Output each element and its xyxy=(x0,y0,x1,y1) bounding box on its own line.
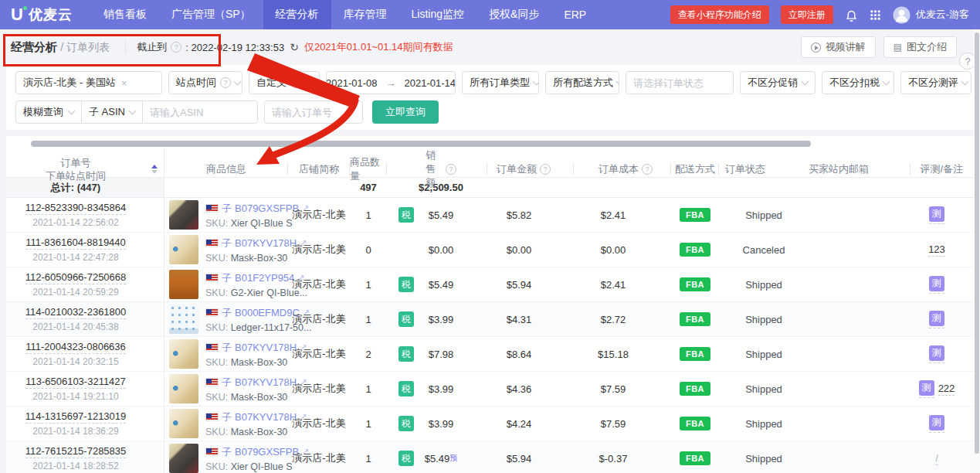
refresh-icon[interactable]: ↻ xyxy=(290,41,299,53)
order-status-input[interactable] xyxy=(633,77,726,89)
site-time-select[interactable]: 站点时间? xyxy=(168,71,242,94)
help-circle-icon[interactable]: ? xyxy=(171,42,181,53)
register-button[interactable]: 立即注册 xyxy=(781,5,833,24)
menu-item-4[interactable]: Listing监控 xyxy=(399,0,476,29)
order-cell: 111-8361604-8819440 2021-01-14 22:47:28 xyxy=(6,233,145,267)
product-thumbnail[interactable] xyxy=(169,444,198,473)
product-cell: 子 B07KYV178H ↗ SKU: Mask-Box-30 xyxy=(164,233,288,267)
help-circle-icon[interactable]: ? xyxy=(446,164,456,175)
order-time: 2021-01-14 20:59:29 xyxy=(32,287,118,298)
order-status-select[interactable] xyxy=(626,71,734,94)
note[interactable]: 123 xyxy=(928,243,945,257)
video-guide-button[interactable]: 视频讲解 xyxy=(801,36,876,58)
table-body: 112-8523390-8345864 2021-01-14 22:56:02 … xyxy=(6,198,974,473)
chevron-down-icon xyxy=(883,78,890,86)
store-cell: 演示店-北美 xyxy=(288,337,350,371)
review-filter-select[interactable]: 不区分测评 xyxy=(900,71,972,94)
menu-item-6[interactable]: ERP xyxy=(551,0,599,29)
logo[interactable]: U 优麦云 xyxy=(11,0,73,29)
breadcrumb-section[interactable]: 经营分析 xyxy=(11,40,57,53)
order-number-link[interactable]: 112-7615215-7285835 xyxy=(25,445,127,458)
sort-control[interactable] xyxy=(145,148,164,190)
child-asin-label: 子 xyxy=(222,445,232,459)
sku-line: SKU: Mask-Box-30 xyxy=(205,392,288,403)
store-select[interactable]: 演示店-北美 - 美国站 × xyxy=(15,71,162,94)
asin-link[interactable]: B01F2YP954 xyxy=(235,272,294,284)
query-button[interactable]: 立即查询 xyxy=(372,100,439,124)
order-number-link[interactable]: 111-8361604-8819440 xyxy=(25,236,126,250)
filter-row-1: 演示店-北美 - 美国站 × 站点时间? 自定义? 2021-01-08 → 2… xyxy=(15,71,965,94)
delivery-select[interactable]: 所有配送方式 xyxy=(545,71,619,94)
tax-badge: 税 xyxy=(398,381,414,396)
sales-cell: $0.00 xyxy=(426,233,487,267)
menu-item-3[interactable]: 库存管理 xyxy=(331,0,399,29)
top-navbar: U 优麦云 销售看板广告管理（SP）经营分析库存管理Listing监控授权&同步… xyxy=(0,0,980,29)
product-thumbnail[interactable] xyxy=(169,409,198,438)
review-badge[interactable]: 测 xyxy=(929,276,944,294)
order-type-select[interactable]: 所有订单类型 xyxy=(462,71,539,94)
product-thumbnail[interactable] xyxy=(169,200,198,230)
qty-cell: 2 xyxy=(350,337,387,371)
sort-desc-icon[interactable] xyxy=(151,170,158,174)
order-no-input[interactable] xyxy=(272,107,355,118)
bell-icon[interactable] xyxy=(845,9,858,22)
note[interactable]: / xyxy=(935,452,938,465)
delivery-badge: FBA xyxy=(680,417,710,430)
user-menu[interactable]: 优麦云-游客 xyxy=(893,6,969,24)
tax-filter-select[interactable]: 不区分扣税 xyxy=(822,71,894,94)
sales-cell: $7.98 xyxy=(426,337,487,371)
order-number-link[interactable]: 113-6506103-3211427 xyxy=(25,376,126,389)
data-range-notice: 仅2021年01.01~01.14期间有数据 xyxy=(304,40,453,54)
delivery-cell: FBA xyxy=(671,302,719,336)
menu-item-5[interactable]: 授权&同步 xyxy=(476,0,551,29)
fuzzy-mode-select[interactable]: 模糊查询 xyxy=(15,100,82,124)
table-row: 112-6050966-7250668 2021-01-14 20:59:29 … xyxy=(6,267,974,302)
date-range-picker[interactable]: 2021-01-08 → 2021-01-14 xyxy=(326,71,456,94)
order-number-link[interactable]: 112-8523390-8345864 xyxy=(25,202,127,215)
doc-guide-button[interactable]: ▤ 图文介绍 xyxy=(883,36,957,58)
clear-store-icon[interactable]: × xyxy=(121,77,127,89)
promotion-select[interactable]: 不区分促销 xyxy=(740,71,816,94)
cost-cell: $7.59 xyxy=(574,372,671,406)
review-badge[interactable]: 测 xyxy=(929,206,944,224)
menu-item-1[interactable]: 广告管理（SP） xyxy=(159,0,263,29)
product-thumbnail[interactable] xyxy=(169,339,198,369)
sku-line: SKU: Xier QI-Blue S xyxy=(205,461,288,472)
vertical-scrollbar-thumb[interactable] xyxy=(975,32,979,454)
range-mode-select[interactable]: 自定义? xyxy=(249,71,320,94)
product-thumbnail[interactable] xyxy=(169,235,198,264)
product-thumbnail[interactable] xyxy=(169,374,198,403)
note[interactable]: 222 xyxy=(938,383,955,396)
menu-item-0[interactable]: 销售看板 xyxy=(91,0,159,29)
menu-item-2[interactable]: 经营分析 xyxy=(263,0,331,29)
column-tax xyxy=(387,148,426,190)
order-number-link[interactable]: 111-2004323-0806636 xyxy=(25,341,126,354)
horizontal-scrollbar-thumb[interactable] xyxy=(31,141,811,147)
help-circle-icon[interactable]: ? xyxy=(540,164,551,175)
document-icon: ▤ xyxy=(894,42,902,53)
order-number-link[interactable]: 114-1315697-1213019 xyxy=(25,410,127,424)
us-flag-icon xyxy=(205,274,219,282)
product-thumbnail[interactable] xyxy=(169,270,198,299)
product-thumbnail[interactable] xyxy=(169,305,198,334)
cost-cell: $2.41 xyxy=(574,267,671,301)
chevron-down-icon xyxy=(306,78,314,86)
order-number-link[interactable]: 114-0210032-2361800 xyxy=(25,306,127,319)
asin-input[interactable] xyxy=(150,107,250,118)
review-badge[interactable]: 测 xyxy=(919,380,934,398)
delivery-badge: FBA xyxy=(680,451,710,465)
asin-type-select[interactable]: 子 ASIN xyxy=(81,100,143,124)
review-badge[interactable]: 测 xyxy=(929,345,944,363)
mini-program-button[interactable]: 查看小程序功能介绍 xyxy=(670,5,769,24)
order-time: 2021-01-14 20:45:38 xyxy=(32,322,118,332)
review-badge[interactable]: 测 xyxy=(929,415,944,433)
sort-asc-icon[interactable] xyxy=(151,165,158,168)
review-badge[interactable]: 测 xyxy=(929,311,944,328)
chevron-down-icon xyxy=(533,78,539,86)
delivery-cell: FBA xyxy=(671,198,719,232)
help-circle-icon[interactable]: ? xyxy=(642,164,653,175)
order-number-link[interactable]: 112-6050966-7250668 xyxy=(25,271,127,284)
apps-grid-icon[interactable] xyxy=(870,9,881,21)
review-cell: 测 xyxy=(910,302,974,336)
store-cell: 演示店-北美 xyxy=(288,441,350,473)
